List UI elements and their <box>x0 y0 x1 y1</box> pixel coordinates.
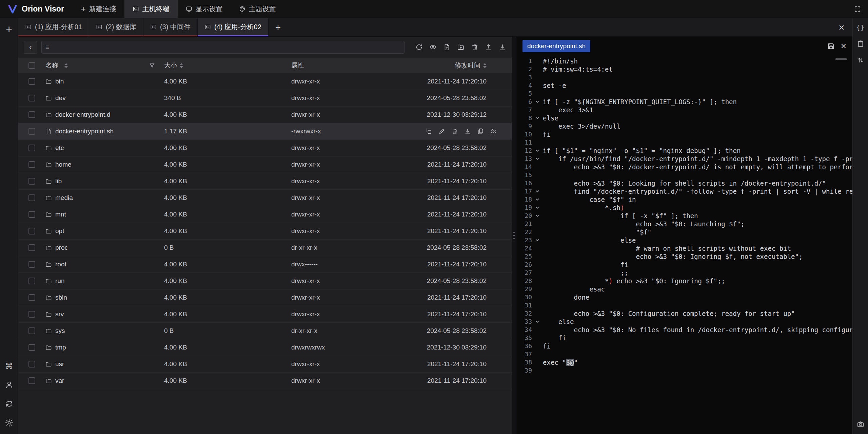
row-checkbox[interactable] <box>28 377 35 384</box>
fold-chevron-icon[interactable] <box>532 236 543 244</box>
fold-chevron-icon[interactable] <box>532 318 543 326</box>
file-name[interactable]: mnt <box>55 211 66 218</box>
settings-gear-icon[interactable] <box>5 418 14 427</box>
filter-icon[interactable] <box>149 62 155 69</box>
nav-host-terminal[interactable]: 主机终端 <box>124 0 178 18</box>
row-checkbox[interactable] <box>28 228 35 234</box>
file-name[interactable]: docker-entrypoint.d <box>55 111 111 118</box>
fold-chevron-icon[interactable] <box>532 212 543 220</box>
fold-chevron-icon[interactable] <box>532 195 543 204</box>
fold-chevron-icon[interactable] <box>532 187 543 195</box>
file-name[interactable]: docker-entrypoint.sh <box>55 128 114 135</box>
file-name[interactable]: opt <box>55 227 64 235</box>
refresh-icon[interactable] <box>415 43 423 51</box>
sort-icon[interactable] <box>180 63 183 68</box>
download-icon[interactable] <box>499 43 506 51</box>
add-tab-button[interactable]: + <box>269 18 288 36</box>
fold-chevron-icon[interactable] <box>532 155 543 163</box>
row-checkbox[interactable] <box>28 361 35 367</box>
row-checkbox[interactable] <box>28 278 35 284</box>
table-row[interactable]: etc4.00 KBdrwxr-xr-x2024-05-28 23:58:02 <box>18 140 512 156</box>
close-panel-button[interactable]: × <box>831 18 852 36</box>
file-name[interactable]: var <box>55 377 64 384</box>
row-checkbox[interactable] <box>28 178 35 185</box>
file-name[interactable]: bin <box>55 78 64 85</box>
table-row[interactable]: srv4.00 KBdrwxr-xr-x2021-11-24 17:20:10 <box>18 306 512 323</box>
row-checkbox[interactable] <box>28 194 35 201</box>
delete-icon[interactable] <box>471 43 478 51</box>
table-row[interactable]: sbin4.00 KBdrwxr-xr-x2021-11-24 17:20:10 <box>18 289 512 306</box>
file-name[interactable]: sbin <box>55 294 67 301</box>
table-row[interactable]: docker-entrypoint.d4.00 KBdrwxr-xr-x2021… <box>18 107 512 123</box>
table-row[interactable]: root4.00 KBdrwx------2021-11-24 17:20:10 <box>18 256 512 273</box>
new-folder-icon[interactable] <box>457 43 465 51</box>
save-icon[interactable] <box>827 42 835 50</box>
duplicate-icon[interactable] <box>477 128 484 135</box>
row-checkbox[interactable] <box>28 311 35 318</box>
sort-icon[interactable] <box>483 63 487 68</box>
file-name[interactable]: etc <box>55 144 64 152</box>
edit-icon[interactable] <box>438 128 445 135</box>
fold-chevron-icon[interactable] <box>532 204 543 212</box>
table-row[interactable]: tmp4.00 KBdrwxrwxrwx2021-12-30 03:29:10 <box>18 339 512 356</box>
path-menu-icon[interactable]: ≡ <box>45 43 49 51</box>
fullscreen-icon[interactable] <box>854 5 861 13</box>
table-row[interactable]: sys0 Bdr-xr-xr-x2024-05-28 23:58:02 <box>18 323 512 339</box>
row-checkbox[interactable] <box>28 161 35 168</box>
file-name[interactable]: tmp <box>55 344 66 351</box>
nav-display-settings[interactable]: 显示设置 <box>178 0 231 18</box>
sync-icon[interactable] <box>5 399 14 408</box>
table-row[interactable]: opt4.00 KBdrwxr-xr-x2021-11-24 17:20:10 <box>18 223 512 240</box>
download-icon[interactable] <box>464 128 471 135</box>
table-row[interactable]: var4.00 KBdrwxr-xr-x2021-11-24 17:20:10 <box>18 373 512 389</box>
row-checkbox[interactable] <box>28 95 35 101</box>
user-icon[interactable] <box>5 380 14 389</box>
permission-icon[interactable] <box>490 128 497 135</box>
fold-chevron-icon[interactable] <box>532 147 543 155</box>
file-name[interactable]: proc <box>55 244 68 251</box>
file-name[interactable]: sys <box>55 327 65 335</box>
row-checkbox[interactable] <box>28 145 35 151</box>
row-checkbox[interactable] <box>28 294 35 301</box>
table-row[interactable]: proc0 Bdr-xr-xr-x2024-05-28 23:58:02 <box>18 240 512 256</box>
panel-resize-handle[interactable] <box>512 37 516 434</box>
table-row[interactable]: home4.00 KBdrwxr-xr-x2021-11-24 17:20:10 <box>18 156 512 173</box>
table-row[interactable]: usr4.00 KBdrwxr-xr-x2021-11-24 17:20:10 <box>18 356 512 373</box>
table-row[interactable]: run4.00 KBdrwxr-xr-x2024-05-28 23:58:02 <box>18 273 512 289</box>
new-tab-icon[interactable]: + <box>6 23 12 36</box>
row-checkbox[interactable] <box>28 78 35 85</box>
path-input[interactable] <box>41 41 405 54</box>
clipboard-icon[interactable] <box>857 40 864 48</box>
code-area[interactable]: 1#!/bin/sh2# vim:sw=4:ts=4:et34set -e56i… <box>516 56 852 375</box>
row-checkbox[interactable] <box>28 244 35 251</box>
row-checkbox[interactable] <box>28 344 35 351</box>
brand[interactable]: Orion Visor <box>0 0 73 18</box>
tab-app-analysis-01[interactable]: (1) 应用-分析01 <box>18 18 89 36</box>
row-checkbox[interactable] <box>28 128 35 135</box>
delete-icon[interactable] <box>451 128 458 135</box>
back-button[interactable]: ‹ <box>24 41 37 54</box>
file-name[interactable]: usr <box>55 360 64 368</box>
editor-close-icon[interactable]: × <box>841 41 846 51</box>
table-row[interactable]: mnt4.00 KBdrwxr-xr-x2021-11-24 17:20:10 <box>18 206 512 223</box>
row-checkbox[interactable] <box>28 211 35 218</box>
file-name[interactable]: lib <box>55 177 62 185</box>
file-name[interactable]: root <box>55 261 66 268</box>
fold-chevron-icon[interactable] <box>532 114 543 122</box>
row-checkbox[interactable] <box>28 111 35 118</box>
table-row[interactable]: lib4.00 KBdrwxr-xr-x2021-11-24 17:20:10 <box>18 173 512 190</box>
snippet-braces-icon[interactable]: {} <box>856 24 865 31</box>
command-icon[interactable]: ⌘ <box>5 362 13 370</box>
tab-app-analysis-02[interactable]: (4) 应用-分析02 <box>198 18 269 36</box>
column-name[interactable]: 名称 <box>45 61 58 70</box>
file-name[interactable]: run <box>55 277 64 285</box>
row-checkbox[interactable] <box>28 327 35 334</box>
tab-middleware[interactable]: (3) 中间件 <box>143 18 198 36</box>
nav-new-connection[interactable]: + 新建连接 <box>73 0 124 18</box>
row-checkbox[interactable] <box>28 261 35 268</box>
editor-file-tab[interactable]: docker-entrypoint.sh <box>522 40 590 52</box>
screenshot-camera-icon[interactable] <box>857 420 864 428</box>
table-row[interactable]: docker-entrypoint.sh1.17 KB-rwxrwxr-x <box>18 123 512 140</box>
fold-chevron-icon[interactable] <box>532 98 543 106</box>
tab-database[interactable]: (2) 数据库 <box>89 18 143 36</box>
